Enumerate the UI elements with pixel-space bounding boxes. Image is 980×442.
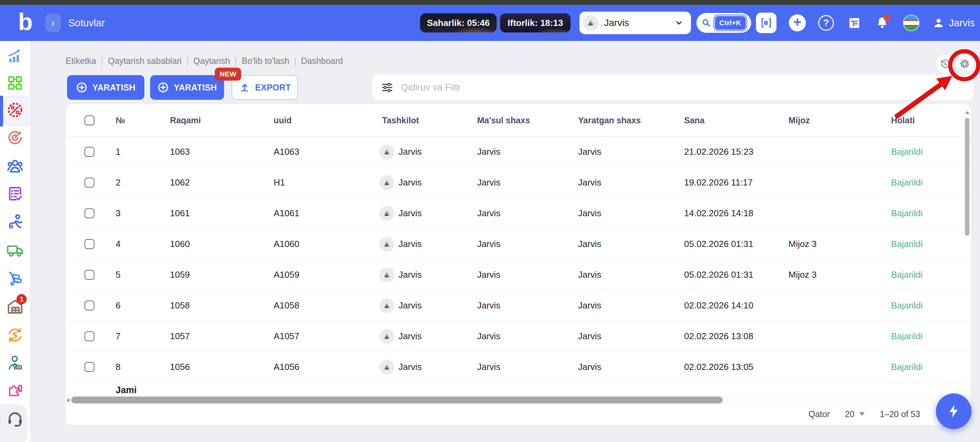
app-logo[interactable]: b <box>18 10 33 34</box>
col-raqami[interactable]: Raqami <box>170 116 274 125</box>
breadcrumb-item[interactable]: Bo'lib to'lash <box>242 56 290 66</box>
question-icon: ? <box>823 18 829 29</box>
support-headset-icon <box>6 410 24 428</box>
building-icon <box>382 301 392 311</box>
user-menu[interactable]: Jarvis <box>932 16 975 30</box>
sidebar-item-hr[interactable]: HR <box>0 350 30 376</box>
sidebar-item-clients[interactable] <box>0 153 30 179</box>
organization-name: Jarvis <box>604 17 669 29</box>
barcode-scanner-button[interactable] <box>756 13 776 33</box>
cell-tashkilot: Jarvis <box>379 360 477 375</box>
col-tashkilot[interactable]: Tashkilot <box>382 116 477 125</box>
sidebar-item-delivery[interactable] <box>0 237 30 264</box>
search-input[interactable] <box>401 82 964 93</box>
organization-avatar <box>583 15 598 31</box>
cell-yaratgan: Jarvis <box>578 331 684 342</box>
settings-button[interactable] <box>956 55 974 73</box>
cell-holati: Bajarildi <box>891 208 971 219</box>
sidebar-item-procurement[interactable] <box>0 265 30 292</box>
sidebar-item-statistics[interactable] <box>0 43 30 70</box>
notifications-button[interactable] <box>875 16 889 30</box>
sidebar-item-courier[interactable] <box>0 209 30 235</box>
row-checkbox[interactable] <box>84 301 94 311</box>
row-checkbox[interactable] <box>84 331 94 341</box>
search-filter-bar[interactable] <box>372 75 973 100</box>
table-row[interactable]: 3 1061 A1061 Jarvis Jarvis Jarvis 14.02.… <box>66 198 971 229</box>
table-body: 1 1063 A1063 Jarvis Jarvis Jarvis 21.02.… <box>66 137 971 383</box>
row-checkbox[interactable] <box>84 362 94 372</box>
col-number[interactable]: № <box>116 116 170 125</box>
history-button[interactable] <box>936 55 954 73</box>
table-row[interactable]: 6 1058 A1058 Jarvis Jarvis Jarvis 02.02.… <box>66 290 971 321</box>
cell-masul: Jarvis <box>477 300 578 311</box>
table-row[interactable]: 8 1056 A1056 Jarvis Jarvis Jarvis 02.02.… <box>66 352 971 383</box>
assistant-fab[interactable] <box>936 393 972 429</box>
search-shortcut-badge: Ctrl+K <box>714 15 746 30</box>
sidebar-item-support[interactable] <box>0 406 30 433</box>
sidebar-item-finance[interactable]: $ <box>0 322 30 349</box>
sidebar-item-orders[interactable] <box>0 181 30 207</box>
table-row[interactable]: 1 1063 A1063 Jarvis Jarvis Jarvis 21.02.… <box>66 137 971 167</box>
marketing-target-icon <box>6 129 24 147</box>
select-all-checkbox[interactable] <box>84 116 94 125</box>
col-uuid[interactable]: uuid <box>274 116 382 125</box>
cell-yaratgan: Jarvis <box>578 239 684 249</box>
col-holati[interactable]: Holati <box>891 116 971 125</box>
sidebar-expand-button[interactable]: › <box>45 14 61 32</box>
cell-tashkilot: Jarvis <box>379 206 477 221</box>
cell-masul: Jarvis <box>477 269 578 280</box>
organization-selector[interactable]: Jarvis <box>579 12 691 34</box>
create-button-2[interactable]: YARATISH <box>150 75 224 100</box>
horizontal-scroll-thumb[interactable] <box>71 396 723 403</box>
breadcrumb-item[interactable]: Qaytarish sabablari <box>108 56 181 66</box>
table-row[interactable]: 4 1060 A1060 Jarvis Jarvis Jarvis 05.02.… <box>66 229 971 260</box>
row-checkbox[interactable] <box>84 270 94 280</box>
horizontal-scrollbar[interactable] <box>66 396 971 404</box>
table-row[interactable]: 2 1062 H1 Jarvis Jarvis Jarvis 19.02.202… <box>66 167 971 198</box>
language-flag-uz[interactable] <box>903 15 920 31</box>
scroll-up-arrow[interactable] <box>965 111 970 114</box>
breadcrumb-item[interactable]: Qaytarish <box>193 56 230 66</box>
help-button[interactable]: ? <box>818 15 834 31</box>
cell-raqami: 1057 <box>170 331 274 342</box>
row-checkbox[interactable] <box>84 208 94 218</box>
sidebar-item-modules[interactable] <box>0 70 30 96</box>
rows-per-page-select[interactable]: 20 <box>845 409 865 419</box>
sidebar-item-warehouse[interactable]: 1 <box>0 293 30 320</box>
breadcrumb-item[interactable]: Etiketka <box>66 56 96 66</box>
chevron-right-icon: › <box>51 17 55 29</box>
col-mijoz[interactable]: Mijoz <box>788 116 891 125</box>
barcode-icon <box>760 17 772 29</box>
breadcrumb-item[interactable]: Dashboard <box>301 56 343 66</box>
organization-avatar <box>379 298 395 313</box>
cell-uuid: H1 <box>274 177 382 188</box>
col-sana[interactable]: Sana <box>684 116 788 125</box>
row-checkbox[interactable] <box>84 239 94 249</box>
cell-number: 2 <box>116 177 170 188</box>
export-button[interactable]: EXPORT <box>232 75 298 100</box>
col-masul[interactable]: Ma'sul shaxs <box>477 116 578 125</box>
reports-button[interactable] <box>847 15 862 30</box>
table-row[interactable]: 7 1057 A1057 Jarvis Jarvis Jarvis 02.02.… <box>66 321 971 352</box>
plus-icon: + <box>793 14 801 30</box>
breadcrumb-separator: | <box>294 56 297 66</box>
col-yaratgan[interactable]: Yaratgan shaxs <box>578 116 684 125</box>
sidebar-item-marketing[interactable] <box>0 124 30 151</box>
table-row[interactable]: 5 1059 A1059 Jarvis Jarvis Jarvis 05.02.… <box>66 260 971 290</box>
plus-circle-icon <box>76 82 88 93</box>
vertical-scrollbar[interactable] <box>965 114 970 405</box>
sidebar-item-integrations[interactable] <box>0 377 30 404</box>
filter-sliders-icon <box>381 81 393 93</box>
create-button[interactable]: YARATISH <box>67 75 144 100</box>
row-checkbox[interactable] <box>84 177 94 187</box>
vertical-scroll-thumb[interactable] <box>965 118 969 236</box>
global-search-button[interactable]: Ctrl+K <box>697 13 751 33</box>
cell-holati: Bajarildi <box>891 239 971 249</box>
scroll-left-arrow[interactable] <box>66 398 70 403</box>
quick-add-button[interactable]: + <box>789 14 806 32</box>
user-name: Jarvis <box>949 17 975 29</box>
cell-uuid: A1057 <box>274 331 382 342</box>
row-checkbox[interactable] <box>84 147 94 157</box>
cell-raqami: 1056 <box>170 362 274 372</box>
sidebar-item-sales[interactable] <box>0 97 30 123</box>
